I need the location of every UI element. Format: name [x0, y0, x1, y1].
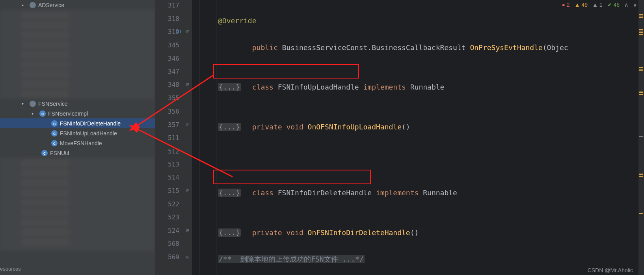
annotation-box [213, 170, 371, 184]
line-number: 524 [162, 227, 179, 234]
tree-items-redacted-2: ████████████ ████████████ ████████████ █… [0, 158, 155, 251]
line-number: 522 [162, 200, 179, 208]
tree-label: FSNInfoUpLoadHandle [60, 130, 117, 137]
tree-item-movefsnhandle[interactable]: c MoveFSNHandle [0, 138, 155, 148]
line-number: 569 [162, 253, 179, 261]
error-stripe[interactable] [638, 0, 644, 275]
folded-region[interactable]: {...} [218, 189, 241, 197]
line-number: 318 [162, 15, 179, 22]
folded-region[interactable]: {...} [218, 228, 241, 237]
tree-item-fsninfouploadhandle[interactable]: c FSNInfoUpLoadHandle [0, 128, 155, 138]
line-number: 346 [162, 55, 179, 62]
tree-item-fsnutil[interactable]: c FSNUtil [0, 148, 155, 158]
folder-icon [30, 101, 36, 107]
fold-plus-icon[interactable]: ⊞ [186, 254, 190, 260]
class-icon: c [51, 140, 58, 146]
folder-icon [30, 2, 36, 8]
fold-plus-icon[interactable]: ⊞ [186, 82, 190, 88]
line-number: 523 [162, 213, 179, 221]
line-number: 317 [162, 2, 179, 9]
line-number: 348 [162, 81, 179, 88]
class-icon: c [39, 110, 46, 117]
line-number: 347 [162, 68, 179, 75]
tree-item-resources[interactable]: esources [0, 266, 21, 272]
chevron-down-icon: ▾ [32, 111, 37, 116]
fold-plus-icon[interactable]: ⊞ [186, 188, 190, 194]
fold-plus-icon[interactable]: ⊞ [186, 29, 190, 35]
annotation-box [213, 64, 359, 79]
line-number: 515 [162, 187, 179, 195]
class-icon: c [51, 130, 58, 137]
line-number: 514 [162, 174, 179, 181]
fold-plus-icon[interactable]: ⊞ [186, 228, 190, 234]
line-number: 355 [162, 94, 179, 102]
line-number: 345 [162, 41, 179, 49]
chevron-right-icon: ▸ [22, 3, 27, 7]
class-icon: c [51, 120, 58, 127]
tree-label: FSNUtil [50, 150, 69, 156]
line-number: 513 [162, 161, 179, 168]
code-editor[interactable]: ● 2 ▲ 49 ▲ 1 ✔ 46 ∧ ∨ 317 318 319 o↑ ⊞ 3… [155, 0, 644, 275]
line-number: 568 [162, 240, 179, 247]
fold-plus-icon[interactable]: ⊞ [186, 122, 190, 128]
folded-javadoc[interactable]: /** 删除本地的上传成功的FSN文件 ...*/ [218, 255, 365, 263]
class-icon: c [41, 150, 48, 156]
tree-item-fsninfodirdeletehandle[interactable]: c FSNInfoDirDeleteHandle [0, 118, 155, 128]
line-number: 356 [162, 108, 179, 115]
tree-label: ADService [38, 2, 64, 8]
tree-item-fsnserviceimpl[interactable]: ▾ c FSNServiceImpl [0, 109, 155, 118]
gutter[interactable]: 317 318 319 o↑ ⊞ 345 346 347 348 ⊞ 355 3… [155, 0, 192, 275]
line-number: 512 [162, 148, 179, 155]
line-number: 357 [162, 121, 179, 129]
project-tree[interactable]: ▸ ADService ████████████ ████████████ ██… [0, 0, 155, 275]
tree-label: MoveFSNHandle [60, 140, 102, 146]
chevron-down-icon: ▾ [22, 101, 27, 106]
tree-items-redacted: ████████████ ████████████ ████████████ █… [0, 10, 155, 99]
watermark: CSDN @Mr.Aholic [588, 267, 633, 273]
line-number: 511 [162, 134, 179, 142]
folded-region[interactable]: {...} [218, 123, 241, 131]
tree-item-fsnservice[interactable]: ▾ FSNService [0, 99, 155, 109]
annotation: @Override [218, 17, 257, 25]
tree-label: FSNInfoDirDeleteHandle [60, 120, 121, 127]
folded-region[interactable]: {...} [218, 83, 241, 91]
tree-label: FSNService [38, 101, 68, 107]
tree-label: FSNServiceImpl [48, 110, 88, 117]
override-up-icon[interactable]: o↑ [175, 28, 182, 34]
code-content[interactable]: @Override public BusinessServiceConst.Bu… [194, 0, 644, 252]
tree-item-adservice[interactable]: ▸ ADService [0, 0, 155, 10]
